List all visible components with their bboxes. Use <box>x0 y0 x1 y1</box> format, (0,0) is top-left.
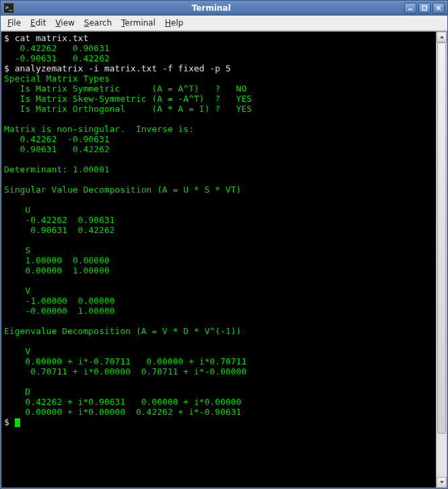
prompt: $ <box>4 417 15 427</box>
output-line: 0.00000 + i*0.00000 0.42262 + i*-0.90631 <box>4 407 241 417</box>
output-line: V <box>4 286 30 296</box>
menu-terminal[interactable]: Terminal <box>117 17 160 29</box>
menu-edit[interactable]: Edit <box>26 17 50 29</box>
menubar: File Edit View Search Terminal Help <box>1 15 447 31</box>
terminal-window: >_ Terminal File Edit View Search Termin… <box>0 0 448 489</box>
output-line: S <box>4 245 30 255</box>
output-line: 0.42262 -0.90631 <box>4 134 110 144</box>
output-line: -1.00000 0.00000 <box>4 296 115 306</box>
output-line: Matrix is non-singular. Inverse is: <box>4 124 194 134</box>
cursor <box>15 418 20 427</box>
output-line: Is Matrix Orthogonal (A * A = I) ? YES <box>4 104 252 114</box>
output-line: 0.70711 + i*0.00000 0.70711 + i*-0.00000 <box>4 366 247 377</box>
output-line: Is Matrix Symmetric (A = A^T) ? NO <box>4 84 247 94</box>
output-line: V <box>4 346 30 356</box>
svg-marker-4 <box>440 36 444 38</box>
terminal-output[interactable]: $ cat matrix.txt 0.42262 0.90631 -0.9063… <box>1 32 436 488</box>
output-line: 0.00000 + i*-0.70711 0.00000 + i*0.70711 <box>4 356 247 366</box>
scrollbar[interactable] <box>436 32 447 488</box>
output-line: Is Matrix Skew-Symmetric (A = -A^T) ? YE… <box>4 94 252 104</box>
output-line: -0.42262 0.90631 <box>4 215 115 225</box>
terminal-icon: >_ <box>3 3 14 13</box>
scroll-up-button[interactable] <box>437 32 447 42</box>
menu-search[interactable]: Search <box>80 17 116 29</box>
svg-rect-1 <box>422 6 426 10</box>
menu-help[interactable]: Help <box>161 17 187 29</box>
command-text: cat matrix.txt <box>15 33 89 43</box>
output-line: Singular Value Decomposition (A = U * S … <box>4 185 241 195</box>
terminal-area: $ cat matrix.txt 0.42262 0.90631 -0.9063… <box>1 31 447 488</box>
command-text: analyzematrix -i matrix.txt -f fixed -p … <box>15 63 231 73</box>
output-line: 0.00000 1.00000 <box>4 265 110 275</box>
menu-view[interactable]: View <box>51 17 78 29</box>
output-line: U <box>4 205 30 215</box>
output-line: -0.90631 0.42262 <box>4 53 110 63</box>
prompt: $ <box>4 63 15 73</box>
output-line: 0.90631 0.42262 <box>4 225 115 235</box>
prompt: $ <box>4 33 15 43</box>
output-line: Eigenvalue Decomposition (A = V * D * V^… <box>4 326 241 336</box>
output-line: 0.90631 0.42262 <box>4 144 110 154</box>
titlebar[interactable]: >_ Terminal <box>1 1 447 15</box>
output-line: Special Matrix Types <box>4 73 110 84</box>
menu-file[interactable]: File <box>3 17 25 29</box>
output-line: Determinant: 1.00001 <box>4 164 110 174</box>
window-title: Terminal <box>18 3 404 13</box>
output-line: 0.42262 + i*0.90631 0.00000 + i*0.00000 <box>4 397 241 407</box>
output-line: 0.42262 0.90631 <box>4 43 110 53</box>
window-controls <box>404 3 445 13</box>
scroll-track[interactable] <box>437 42 447 477</box>
output-line: D <box>4 387 30 397</box>
scroll-down-button[interactable] <box>437 477 447 488</box>
output-line: 1.00000 0.00000 <box>4 255 110 265</box>
scroll-thumb[interactable] <box>437 42 446 434</box>
svg-marker-5 <box>440 481 444 484</box>
maximize-button[interactable] <box>418 3 430 13</box>
minimize-button[interactable] <box>404 3 416 13</box>
output-line: -0.00000 1.00000 <box>4 306 115 316</box>
close-button[interactable] <box>433 3 445 13</box>
